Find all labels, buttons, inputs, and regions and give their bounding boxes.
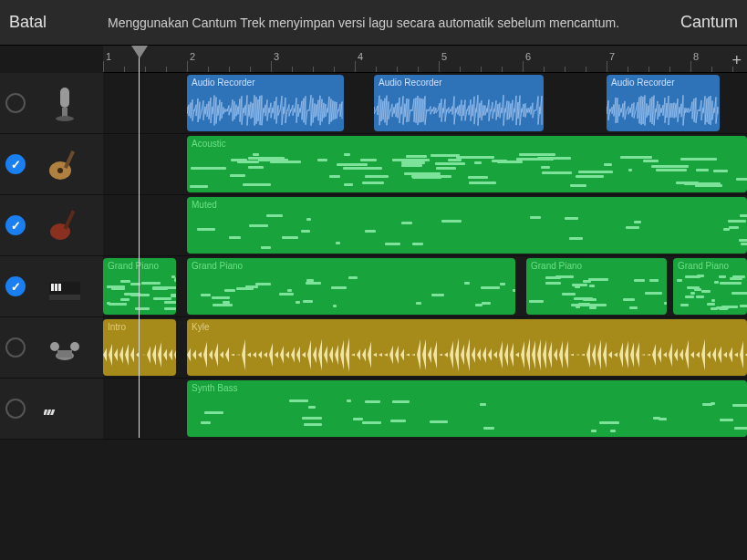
svg-marker-54	[406, 353, 410, 356]
svg-marker-49	[379, 353, 382, 357]
svg-marker-89	[597, 339, 601, 369]
track-lane-bass[interactable]: Muted	[103, 195, 747, 256]
svg-marker-68	[482, 347, 486, 363]
region-label: Audio Recorder	[607, 75, 720, 90]
svg-marker-41	[335, 345, 338, 365]
svg-marker-22	[231, 354, 234, 356]
svg-marker-109	[707, 351, 711, 359]
svg-marker-77	[532, 340, 535, 369]
add-track-button[interactable]: +	[731, 51, 742, 70]
bar-number: 4	[358, 51, 363, 62]
svg-marker-58	[428, 347, 431, 363]
track-merge-checkbox[interactable]	[5, 337, 26, 358]
svg-marker-100	[658, 347, 661, 363]
region-drum[interactable]: Kyle	[187, 319, 747, 376]
svg-marker-1	[109, 344, 112, 367]
track-merge-checkbox[interactable]	[5, 154, 26, 174]
svg-marker-13	[174, 345, 176, 364]
timeline-ruler[interactable]: 12345678 +	[103, 46, 747, 73]
svg-marker-92	[614, 353, 617, 358]
bar-number: 5	[441, 51, 447, 62]
svg-marker-69	[488, 348, 492, 361]
svg-marker-113	[729, 347, 732, 362]
track-lane-mic[interactable]: Audio RecorderAudio RecorderAudio Record…	[103, 73, 747, 134]
svg-marker-59	[433, 341, 437, 368]
region-label: Grand Piano	[526, 258, 667, 274]
svg-marker-45	[357, 349, 360, 360]
region-audio[interactable]: Audio Recorder	[374, 75, 544, 131]
svg-marker-76	[526, 338, 530, 372]
svg-marker-107	[696, 352, 700, 358]
region-label: Intro	[103, 319, 176, 335]
svg-marker-52	[395, 346, 399, 365]
header-message: Menggunakan Cantum Trek menyimpan versi …	[47, 16, 680, 30]
svg-marker-16	[198, 352, 202, 358]
svg-marker-51	[389, 346, 393, 365]
track-lane-guitar[interactable]: Acoustic	[103, 134, 747, 195]
svg-marker-79	[543, 340, 546, 369]
region-midi[interactable]: Acoustic	[187, 136, 747, 192]
cancel-button[interactable]: Batal	[9, 13, 47, 32]
track-header-synth	[0, 379, 103, 440]
svg-marker-12	[169, 349, 172, 361]
svg-marker-50	[384, 353, 388, 356]
track-merge-checkbox[interactable]	[5, 215, 26, 235]
bar-number: 1	[106, 51, 111, 62]
region-midi[interactable]: Synth Bass	[187, 380, 747, 437]
svg-marker-56	[417, 339, 420, 370]
track-header-piano	[0, 256, 103, 317]
track-lane-piano[interactable]: Grand PianoGrand PianoGrand PianoGrand P…	[103, 256, 747, 317]
region-label: Grand Piano	[673, 258, 747, 274]
arrange-area[interactable]: Audio RecorderAudio RecorderAudio Record…	[103, 73, 747, 440]
svg-marker-0	[103, 348, 107, 362]
svg-marker-19	[214, 343, 218, 367]
region-midi[interactable]: Grand Piano	[103, 258, 176, 315]
svg-marker-55	[411, 354, 415, 356]
svg-marker-81	[554, 348, 557, 361]
region-audio[interactable]: Audio Recorder	[187, 75, 344, 131]
svg-marker-114	[734, 352, 738, 357]
svg-marker-47	[368, 341, 371, 368]
region-midi[interactable]: Muted	[187, 197, 747, 254]
bass-icon	[26, 204, 103, 246]
svg-marker-72	[504, 343, 508, 367]
region-drum[interactable]: Intro	[103, 319, 176, 376]
svg-marker-40	[329, 346, 333, 363]
playhead[interactable]	[139, 46, 140, 438]
svg-marker-66	[472, 347, 475, 363]
svg-marker-46	[362, 347, 366, 361]
svg-marker-31	[280, 346, 284, 363]
svg-marker-101	[663, 352, 667, 358]
svg-marker-29	[269, 343, 273, 367]
svg-marker-25	[247, 352, 251, 357]
track-merge-checkbox[interactable]	[5, 276, 26, 296]
bar-number: 8	[693, 51, 699, 62]
region-label: Muted	[187, 197, 747, 213]
svg-marker-75	[521, 341, 524, 368]
svg-marker-42	[340, 339, 344, 369]
svg-marker-110	[712, 347, 716, 363]
region-midi[interactable]: Grand Piano	[673, 258, 747, 315]
svg-marker-96	[636, 342, 639, 368]
svg-marker-27	[258, 351, 262, 359]
svg-marker-18	[209, 349, 213, 359]
track-lane-synth[interactable]: Synth Bass	[103, 379, 747, 440]
svg-marker-24	[242, 339, 245, 371]
merge-button[interactable]: Cantum	[680, 13, 738, 32]
svg-marker-65	[466, 338, 470, 372]
region-label: Kyle	[187, 319, 747, 335]
svg-marker-95	[630, 342, 634, 368]
region-midi[interactable]: Grand Piano	[187, 258, 515, 315]
track-lane-drums[interactable]: IntroKyle	[103, 317, 747, 379]
track-merge-checkbox[interactable]	[5, 93, 26, 113]
region-midi[interactable]: Grand Piano	[526, 258, 667, 315]
guitar-icon	[26, 143, 103, 185]
keyboard-icon	[26, 388, 103, 430]
bar-number: 6	[525, 51, 531, 62]
svg-marker-99	[652, 344, 656, 366]
region-audio[interactable]: Audio Recorder	[607, 75, 720, 131]
track-header-mic	[0, 73, 103, 134]
bar-number: 7	[609, 51, 615, 62]
track-merge-checkbox[interactable]	[5, 399, 26, 419]
bar-number: 3	[274, 51, 279, 62]
